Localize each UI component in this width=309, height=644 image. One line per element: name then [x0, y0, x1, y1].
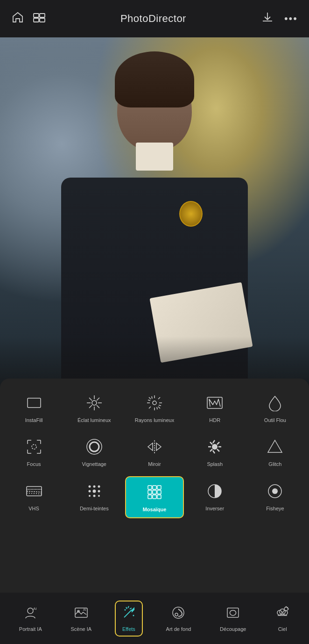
home-icon[interactable]	[11, 11, 24, 27]
nav-decoupe[interactable]: Découpage	[214, 601, 252, 636]
svg-rect-92	[227, 608, 239, 617]
svg-point-89	[133, 615, 134, 616]
art-de-fond-label: Art de fond	[166, 626, 191, 632]
svg-line-12	[97, 398, 99, 401]
rays-icon	[144, 393, 165, 413]
svg-line-55	[27, 493, 42, 494]
effect-focus[interactable]: Focus	[5, 432, 63, 472]
vignettage-label: Vignettage	[82, 461, 106, 467]
download-icon[interactable]	[261, 11, 274, 27]
effect-vhs[interactable]: VHS	[5, 476, 63, 518]
miroir-label: Miroir	[148, 461, 161, 467]
svg-rect-72	[153, 495, 156, 499]
grid-icon	[144, 482, 165, 502]
svg-line-19	[149, 397, 151, 399]
svg-point-59	[88, 490, 91, 492]
decoupe-label: Découpage	[220, 626, 246, 632]
svg-rect-73	[157, 495, 161, 499]
svg-rect-1	[40, 14, 45, 17]
app-title: PhotoDirector	[120, 13, 186, 25]
eclat-label: Éclat lumineux	[77, 417, 111, 423]
vhs-icon	[24, 481, 44, 501]
nav-ciel[interactable]: Ciel	[269, 601, 295, 636]
effect-vignettage[interactable]: Vignettage	[65, 432, 123, 472]
gallery-icon[interactable]	[33, 11, 46, 27]
svg-text:AI: AI	[83, 608, 86, 611]
svg-rect-3	[40, 18, 45, 22]
inverser-label: Inverser	[205, 505, 224, 512]
cut-icon	[225, 605, 240, 623]
invert-icon	[204, 481, 225, 501]
svg-point-36	[32, 444, 36, 449]
svg-rect-0	[34, 14, 39, 17]
svg-line-10	[89, 398, 92, 401]
effect-fisheye[interactable]: Fisheye	[246, 476, 304, 518]
splash-icon	[204, 436, 225, 457]
svg-line-44	[217, 442, 219, 444]
header-right: •••	[261, 11, 298, 27]
fisheye-label: Fisheye	[266, 505, 284, 512]
svg-marker-41	[156, 443, 161, 451]
bottom-navigation: AI Portrait IA AI Scène IA	[0, 593, 309, 644]
instafill-label: InstaFill	[25, 417, 43, 423]
effect-eclat[interactable]: Éclat lumineux	[65, 388, 123, 428]
svg-line-46	[217, 449, 219, 451]
svg-line-50	[210, 442, 212, 444]
sky-icon	[275, 605, 290, 623]
nav-scene-ia[interactable]: AI Scène IA	[65, 601, 97, 636]
svg-point-5	[92, 401, 97, 405]
instafill-icon	[24, 393, 44, 413]
svg-line-24	[157, 407, 157, 409]
effect-hdr[interactable]: HDR	[186, 388, 244, 428]
svg-marker-51	[268, 440, 282, 452]
svg-rect-67	[157, 486, 161, 489]
effect-demi-teintes[interactable]: Demi-teintes	[65, 476, 123, 518]
svg-line-47	[213, 451, 215, 453]
effect-inverser[interactable]: Inverser	[186, 476, 244, 518]
nav-art-de-fond[interactable]: Art de fond	[161, 601, 197, 636]
effect-instafill[interactable]: InstaFill	[5, 388, 63, 428]
header-left	[11, 11, 46, 27]
effect-miroir[interactable]: Miroir	[125, 432, 183, 472]
eye-icon	[265, 481, 285, 501]
svg-point-78	[28, 608, 33, 614]
rayons-label: Rayons lumineux	[135, 417, 174, 423]
hdr-icon	[204, 393, 225, 413]
art-icon	[171, 605, 186, 623]
svg-point-60	[92, 489, 96, 493]
nav-portrait-ia[interactable]: AI Portrait IA	[14, 601, 48, 636]
triangle-icon	[265, 436, 285, 457]
mirror-icon	[144, 436, 165, 457]
effect-outil-flou[interactable]: Outil Flou	[246, 388, 304, 428]
halftone-icon	[84, 481, 105, 501]
scene-ia-label: Scène IA	[70, 626, 91, 632]
svg-line-22	[149, 407, 151, 408]
effect-mosaique[interactable]: Mosaïque	[125, 476, 183, 518]
effect-rayons[interactable]: Rayons lumineux	[125, 388, 183, 428]
svg-rect-66	[153, 486, 156, 489]
effect-splash[interactable]: Splash	[186, 432, 244, 472]
more-icon[interactable]: •••	[284, 13, 298, 25]
svg-text:AI: AI	[33, 607, 37, 611]
svg-point-58	[98, 485, 100, 487]
svg-line-21	[158, 397, 160, 399]
nav-effets[interactable]: Effets	[115, 601, 143, 637]
focus-label: Focus	[27, 461, 41, 467]
mosaique-label: Mosaïque	[143, 506, 167, 513]
svg-line-83	[124, 610, 132, 617]
svg-rect-71	[148, 495, 152, 499]
svg-line-26	[159, 405, 161, 406]
svg-point-56	[88, 485, 91, 487]
svg-rect-2	[34, 18, 39, 22]
scene-ai-icon: AI	[74, 605, 89, 623]
svg-line-43	[213, 440, 215, 443]
drop-icon	[265, 393, 285, 413]
svg-point-42	[212, 444, 218, 450]
vignette-icon	[84, 436, 105, 457]
svg-line-87	[126, 607, 127, 609]
svg-marker-40	[148, 443, 153, 451]
demi-teintes-label: Demi-teintes	[80, 505, 109, 512]
ciel-label: Ciel	[278, 626, 287, 632]
svg-line-23	[152, 396, 152, 399]
effect-glitch[interactable]: Glitch	[246, 432, 304, 472]
